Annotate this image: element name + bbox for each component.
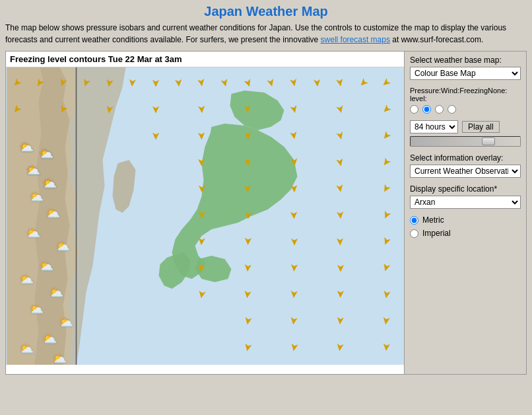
wind-arrow: ➤ bbox=[243, 211, 253, 219]
wind-arrow: ➤ bbox=[288, 77, 300, 88]
wind-arrow: ➤ bbox=[334, 183, 346, 194]
wind-arrow: ➤ bbox=[335, 342, 347, 352]
wind-arrow: ➤ bbox=[242, 263, 253, 272]
map-canvas: ➤➤➤➤➤➤➤➤➤➤➤➤➤➤➤➤➤➤➤➤➤➤➤➤➤➤➤➤➤➤➤➤➤➤➤➤➤➤➤➤… bbox=[6, 67, 404, 365]
wind-arrow: ➤ bbox=[127, 78, 138, 87]
wind-arrow: ➤ bbox=[150, 105, 161, 114]
overlay-radio-row bbox=[410, 105, 521, 114]
cloud-icon: ⛅ bbox=[55, 239, 70, 254]
location-select[interactable]: Arxan bbox=[410, 196, 521, 209]
wind-arrow: ➤ bbox=[103, 77, 115, 88]
main-area: Freezing level contours Tue 22 Mar at 3a… bbox=[5, 51, 527, 375]
imperial-radio[interactable] bbox=[410, 229, 418, 238]
metric-row: Metric bbox=[410, 215, 521, 225]
cloud-icon: ⛅ bbox=[39, 147, 53, 161]
wind-arrow: ➤ bbox=[288, 342, 300, 352]
cloud-icon: ⛅ bbox=[49, 285, 63, 300]
location-label: Display specific location* bbox=[410, 184, 521, 194]
wind-arrow: ➤ bbox=[196, 237, 207, 246]
hours-row: 12 hours24 hours36 hours48 hours60 hours… bbox=[410, 120, 521, 133]
freezing-radio[interactable] bbox=[435, 105, 444, 114]
wind-arrow: ➤ bbox=[288, 130, 300, 141]
wind-arrow: ➤ bbox=[335, 264, 346, 272]
wind-arrow: ➤ bbox=[335, 237, 345, 246]
wind-arrow: ➤ bbox=[312, 78, 323, 87]
cloud-icon: ⛅ bbox=[29, 190, 44, 204]
wind-arrow: ➤ bbox=[195, 289, 207, 299]
cloud-icon: ⛅ bbox=[26, 163, 40, 178]
swell-link[interactable]: swell forecast maps bbox=[321, 35, 390, 44]
wind-arrow: ➤ bbox=[196, 104, 207, 114]
wind-arrow: ➤ bbox=[242, 131, 253, 140]
wind-arrow: ➤ bbox=[196, 131, 207, 140]
wind-arrow: ➤ bbox=[335, 289, 345, 299]
time-slider-thumb[interactable] bbox=[482, 137, 495, 145]
wind-arrow: ➤ bbox=[381, 315, 393, 325]
pressure-wind-label: Pressure:Wind:FreezingNone: level: bbox=[410, 87, 521, 102]
time-slider-track bbox=[410, 136, 521, 147]
wind-arrow: ➤ bbox=[150, 79, 161, 87]
wind-arrow: ➤ bbox=[242, 237, 253, 246]
base-map-select[interactable]: Colour Base MapSatellitePlain bbox=[410, 67, 521, 80]
wind-arrow: ➤ bbox=[381, 342, 392, 352]
info-overlay-section: Select information overlay: Current Weat… bbox=[410, 153, 521, 178]
cloud-icon: ⛅ bbox=[19, 272, 34, 287]
wind-arrow: ➤ bbox=[196, 157, 207, 167]
wind-arrow: ➤ bbox=[242, 289, 254, 299]
wind-arrow: ➤ bbox=[242, 184, 253, 193]
wind-arrow: ➤ bbox=[288, 289, 300, 299]
cloud-icon: ⛅ bbox=[19, 342, 34, 356]
imperial-label: Imperial bbox=[422, 229, 451, 238]
page-title: Japan Weather Map bbox=[5, 4, 527, 19]
wind-arrow: ➤ bbox=[150, 132, 161, 140]
cloud-icon: ⛅ bbox=[42, 176, 57, 191]
cloud-icon: ⛅ bbox=[52, 352, 67, 365]
wind-arrow: ➤ bbox=[195, 77, 207, 88]
units-section: Metric Imperial bbox=[410, 215, 521, 238]
map-section: Freezing level contours Tue 22 Mar at 3a… bbox=[5, 51, 405, 375]
imperial-row: Imperial bbox=[410, 229, 521, 238]
wind-arrow: ➤ bbox=[196, 262, 208, 272]
hours-section: 12 hours24 hours36 hours48 hours60 hours… bbox=[410, 120, 521, 147]
cloud-icon: ⛅ bbox=[26, 226, 40, 241]
intro-text: The map below shows pressure isobars and… bbox=[5, 22, 527, 46]
wind-arrow: ➤ bbox=[289, 237, 300, 246]
info-overlay-select[interactable]: Current Weather ObservationsNonePressure… bbox=[410, 165, 521, 178]
cloud-icon: ⛅ bbox=[46, 206, 60, 221]
cloud-icon: ⛅ bbox=[19, 140, 34, 155]
wind-arrow: ➤ bbox=[103, 104, 115, 114]
pressure-section: Pressure:Wind:FreezingNone: level: bbox=[410, 87, 521, 114]
wind-arrow: ➤ bbox=[242, 157, 253, 167]
wind-arrow: ➤ bbox=[196, 210, 207, 219]
wind-arrow: ➤ bbox=[288, 263, 300, 272]
wind-arrow: ➤ bbox=[197, 184, 207, 193]
wind-arrow: ➤ bbox=[242, 315, 253, 326]
wind-arrow: ➤ bbox=[288, 210, 299, 219]
wind-arrow: ➤ bbox=[380, 289, 392, 299]
wind-arrow: ➤ bbox=[334, 77, 346, 88]
wind-arrow: ➤ bbox=[288, 315, 300, 325]
play-all-button[interactable]: Play all bbox=[462, 121, 500, 133]
map-label: Freezing level contours Tue 22 Mar at 3a… bbox=[6, 52, 404, 67]
wind-arrow: ➤ bbox=[335, 210, 346, 219]
control-panel: Select weather base map: Colour Base Map… bbox=[405, 51, 527, 375]
cloud-icon: ⛅ bbox=[29, 302, 44, 317]
cloud-icon: ⛅ bbox=[59, 315, 73, 330]
wind-radio[interactable] bbox=[422, 105, 431, 114]
info-overlay-label: Select information overlay: bbox=[410, 153, 521, 163]
wind-arrow: ➤ bbox=[288, 184, 300, 193]
hours-select[interactable]: 12 hours24 hours36 hours48 hours60 hours… bbox=[410, 120, 458, 133]
cloud-icon: ⛅ bbox=[42, 332, 57, 346]
base-map-label: Select weather base map: bbox=[410, 56, 521, 65]
base-map-section: Select weather base map: Colour Base Map… bbox=[410, 56, 521, 80]
location-section: Display specific location* Arxan bbox=[410, 184, 521, 209]
none-radio[interactable] bbox=[448, 105, 456, 114]
wind-arrow: ➤ bbox=[335, 316, 346, 325]
metric-radio[interactable] bbox=[410, 216, 418, 225]
pressure-radio[interactable] bbox=[410, 105, 418, 114]
wind-arrow: ➤ bbox=[242, 104, 253, 114]
wind-arrow: ➤ bbox=[173, 78, 184, 87]
cloud-icon: ⛅ bbox=[39, 259, 53, 274]
wind-arrow: ➤ bbox=[288, 157, 300, 167]
metric-label: Metric bbox=[422, 215, 444, 225]
